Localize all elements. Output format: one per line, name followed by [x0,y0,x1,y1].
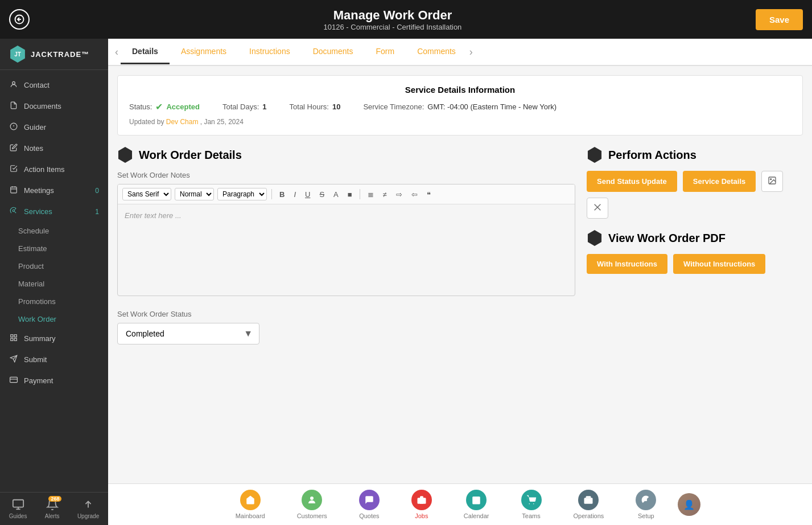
sidebar-sub-schedule[interactable]: Schedule [0,222,108,240]
indent-button[interactable]: ⇨ [393,189,405,200]
blockquote-button[interactable]: ❝ [424,189,434,200]
sidebar-item-notes[interactable]: Notes [0,138,108,159]
font-family-select[interactable]: Sans Serif [122,188,171,200]
sidebar-item-label: Action Items [24,165,65,174]
view-pdf-header: View Work Order PDF [587,230,803,246]
customers-icon [302,490,322,510]
sub-item-label: Estimate [18,244,47,253]
editor-body[interactable]: Enter text here ... [118,204,575,296]
sidebar-item-submit[interactable]: Submit [0,349,108,370]
sidebar-item-services[interactable]: Services 1 [0,201,108,222]
font-size-select[interactable]: Normal [175,188,214,200]
sidebar: JT JACKTRADE™ Contact Documents Guide [0,39,108,525]
nav-quotes[interactable]: Quotes [343,487,395,522]
strikethrough-button[interactable]: S [316,189,327,200]
tab-details[interactable]: Details [121,40,170,64]
font-color-button[interactable]: A [331,189,341,200]
text-clear-button[interactable] [587,198,608,219]
nav-teams[interactable]: Teams [505,487,558,522]
save-button[interactable]: Save [756,9,803,30]
meetings-badge: 0 [95,187,99,195]
mainboard-icon [240,490,261,510]
nav-mainboard[interactable]: Mainboard [220,487,281,522]
total-days-item: Total Days: 1 [222,102,267,111]
toolbar-divider2 [360,189,360,199]
sidebar-sub-work-order[interactable]: Work Order [0,310,108,328]
send-status-button[interactable]: Send Status Update [587,171,677,192]
svg-point-10 [13,210,15,212]
service-details-heading: Service Details Information [129,85,791,95]
tab-next-button[interactable]: › [467,46,475,58]
documents-icon [9,101,18,111]
unordered-list-button[interactable]: ≠ [380,189,390,200]
sidebar-sub-promotions[interactable]: Promotions [0,293,108,310]
editor-toolbar: Sans Serif Normal Paragraph B I U [118,184,575,204]
sidebar-item-payment[interactable]: Payment [0,370,108,391]
sub-item-label: Product [18,262,44,270]
sidebar-item-label: Documents [24,102,61,110]
sidebar-item-action-items[interactable]: Action Items [0,159,108,180]
sidebar-sub-product[interactable]: Product [0,257,108,275]
bottom-nav: Mainboard Customers Quotes Jobs [108,483,812,525]
tab-prev-button[interactable]: ‹ [113,46,121,58]
with-instructions-button[interactable]: With Instructions [587,254,667,274]
work-order-hex-icon [117,147,133,163]
outdent-button[interactable]: ⇦ [409,189,421,200]
user-avatar[interactable]: 👤 [678,493,700,516]
italic-button[interactable]: I [291,189,299,200]
upgrade-button[interactable]: Upgrade [77,498,99,519]
meetings-icon [9,186,18,195]
sidebar-item-summary[interactable]: Summary [0,328,108,349]
back-button[interactable] [9,9,30,30]
sidebar-item-guider[interactable]: Guider [0,117,108,138]
sidebar-sub-estimate[interactable]: Estimate [0,240,108,257]
nav-setup[interactable]: Setup [620,487,672,522]
sidebar-item-documents[interactable]: Documents [0,96,108,117]
sidebar-nav: Contact Documents Guider Notes [0,70,108,492]
status-select-wrapper: Completed In Progress Pending Cancelled … [117,323,259,344]
tab-comments[interactable]: Comments [406,40,467,64]
status-value: Accepted [166,102,200,111]
alerts-button[interactable]: 268 Alerts [45,498,60,519]
nav-customers[interactable]: Customers [281,487,343,522]
ordered-list-button[interactable]: ≣ [365,189,377,200]
action-items-icon [9,165,18,174]
sub-item-label: Work Order [18,315,56,323]
nav-operations[interactable]: Operations [558,487,620,522]
guides-button[interactable]: Guides [9,498,27,519]
sub-item-label: Schedule [18,227,49,235]
sub-item-label: Promotions [18,297,56,306]
svg-rect-17 [10,377,18,382]
service-details-button[interactable]: Service Details [683,171,756,192]
sidebar-item-meetings[interactable]: Meetings 0 [0,180,108,201]
paragraph-select[interactable]: Paragraph [217,188,267,200]
underline-button[interactable]: U [302,189,313,200]
highlight-button[interactable]: ■ [345,189,355,200]
tab-instructions[interactable]: Instructions [238,40,302,64]
notes-label: Set Work Order Notes [117,171,575,179]
content-scroll: Service Details Information Status: ✔ Ac… [108,66,812,483]
sidebar-item-contact[interactable]: Contact [0,75,108,96]
perform-actions-hex-icon [587,147,603,163]
sidebar-item-label: Guider [24,123,46,132]
nav-calendar[interactable]: Calendar [448,487,505,522]
total-hours-item: Total Hours: 10 [290,102,341,111]
svg-rect-13 [14,338,17,341]
status-section: Set Work Order Status Completed In Progr… [117,310,575,344]
without-instructions-button[interactable]: Without Instructions [673,254,765,274]
bold-button[interactable]: B [277,189,287,200]
sidebar-logo: JT JACKTRADE™ [0,39,108,70]
svg-rect-11 [11,335,13,337]
guider-icon [9,122,18,132]
sidebar-sub-material[interactable]: Material [0,275,108,293]
tab-form[interactable]: Form [364,40,406,64]
image-button[interactable] [761,171,783,192]
status-select[interactable]: Completed In Progress Pending Cancelled [117,323,259,344]
nav-jobs[interactable]: Jobs [395,487,448,522]
svg-point-27 [310,497,314,500]
tab-documents[interactable]: Documents [302,40,365,64]
tab-assignments[interactable]: Assignments [170,40,238,64]
sidebar-item-label: Summary [24,334,56,343]
view-pdf-section: View Work Order PDF With Instructions Wi… [587,230,803,274]
updated-by: Updated by Dev Cham , Jan 25, 2024 [129,118,791,126]
